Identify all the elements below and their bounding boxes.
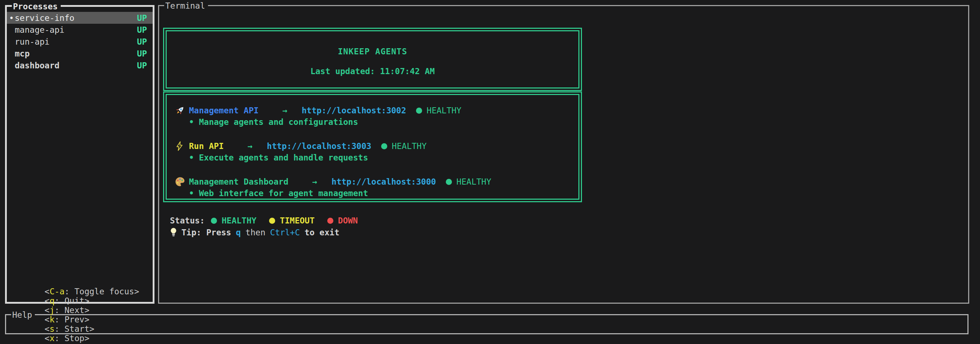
healthy-dot (416, 107, 422, 114)
tip-key-q: q (235, 228, 241, 237)
process-row-run-api[interactable]: run-api UP (7, 36, 153, 48)
arrow-icon: → (312, 177, 317, 186)
tip-middle: then (245, 228, 265, 237)
shortcut-prev: <k: Prev> (45, 315, 89, 324)
rocket-icon (175, 105, 189, 116)
selection-bullet: • (9, 13, 15, 23)
service-url[interactable]: http://localhost:3003 (267, 141, 371, 151)
process-list: • service-info UP manage-api UP run-api … (7, 12, 153, 71)
services-box: Management API → http://localhost:3002 H… (163, 91, 582, 202)
app-title: INKEEP AGENTS (167, 46, 578, 58)
process-status-badge: UP (137, 37, 147, 46)
shortcut-key: C-a (49, 287, 65, 296)
service-name: Run API (189, 141, 224, 151)
help-shortcuts: <C-a: Toggle focus> <q: Quit> <j: Next> … (15, 277, 149, 344)
process-name: manage-api (15, 25, 64, 35)
service-row-run-api: Run API → http://localhost:3003 HEALTHY (175, 140, 572, 152)
service-url[interactable]: http://localhost:3000 (332, 177, 436, 186)
terminal-panel-title: Terminal (164, 0, 208, 11)
arrow-icon: → (282, 106, 287, 115)
processes-panel: Processes • service-info UP manage-api U… (5, 5, 154, 304)
app-root: Processes • service-info UP manage-api U… (0, 0, 980, 344)
tip-suffix: to exit (305, 228, 339, 237)
process-row-service-info[interactable]: • service-info UP (7, 12, 153, 24)
zap-icon (175, 141, 189, 151)
header-box: INKEEP AGENTS Last updated: 11:07:42 AM (163, 28, 582, 91)
shortcut-key: x (49, 334, 55, 343)
shortcut-quit: <q: Quit> (45, 296, 89, 306)
processes-panel-title: Processes (12, 1, 61, 12)
service-name: Management Dashboard (189, 177, 288, 186)
legend-down-label: DOWN (338, 216, 358, 225)
service-name: Management API (189, 106, 259, 115)
legend-down: DOWN (327, 216, 358, 225)
healthy-dot (211, 218, 217, 224)
service-health: HEALTHY (457, 177, 492, 186)
process-name: service-info (15, 13, 74, 23)
healthy-dot (381, 143, 387, 149)
shortcut-label: Next (65, 306, 84, 315)
timeout-dot (269, 218, 275, 224)
last-updated: Last updated: 11:07:42 AM (167, 66, 578, 77)
legend-healthy: HEALTHY (211, 216, 256, 225)
terminal-panel: Terminal INKEEP AGENTS Last updated: 11:… (158, 5, 969, 304)
process-status-badge: UP (137, 25, 147, 35)
spacer (175, 164, 572, 176)
shortcut-key: q (49, 296, 55, 306)
help-panel: Help <C-a: Toggle focus> <q: Quit> <j: N… (5, 314, 969, 334)
service-health: HEALTHY (392, 141, 427, 151)
spacer (175, 128, 572, 140)
service-description: • Web interface for agent management (175, 187, 572, 199)
service-url[interactable]: http://localhost:3002 (302, 106, 406, 115)
tip-prefix: Tip: Press (181, 228, 231, 237)
legend-timeout: TIMEOUT (269, 216, 315, 225)
service-health: HEALTHY (427, 106, 461, 115)
status-label: Status: (170, 216, 205, 225)
shortcut-key: j (49, 306, 55, 315)
service-description: • Execute agents and handle requests (175, 152, 572, 164)
service-row-management-api: Management API → http://localhost:3002 H… (175, 104, 572, 116)
shortcut-key: s (49, 324, 55, 334)
process-name: mcp (15, 49, 30, 58)
lightbulb-icon (169, 227, 181, 238)
service-row-management-dashboard: Management Dashboard → http://localhost:… (175, 176, 572, 187)
shortcut-label: Toggle focus (74, 287, 134, 296)
process-status-badge: UP (137, 13, 147, 23)
shortcut-label: Quit (65, 296, 84, 306)
tip-line: Tip: Press q then Ctrl+C to exit (169, 226, 344, 238)
legend-healthy-label: HEALTHY (222, 216, 256, 225)
process-row-dashboard[interactable]: dashboard UP (7, 59, 153, 71)
process-name: run-api (15, 37, 49, 46)
shortcut-label: Prev (65, 315, 84, 324)
service-description: • Manage agents and configurations (175, 116, 572, 128)
shortcut-start: <s: Start> (45, 324, 94, 334)
shortcut-label: Start (65, 324, 89, 334)
process-row-manage-api[interactable]: manage-api UP (7, 24, 153, 36)
process-status-badge: UP (137, 61, 147, 70)
arrow-icon: → (248, 141, 253, 151)
process-status-badge: UP (137, 49, 147, 58)
shortcut-key: k (49, 315, 55, 324)
legend-timeout-label: TIMEOUT (280, 216, 315, 225)
shortcut-stop: <x: Stop> (45, 334, 89, 343)
shortcut-label: Stop (65, 334, 84, 343)
status-legend: Status: HEALTHY TIMEOUT DOWN (170, 214, 358, 226)
down-dot (327, 218, 333, 224)
palette-icon (175, 176, 189, 187)
process-name: dashboard (15, 61, 60, 70)
tip-key-ctrl-c: Ctrl+C (270, 228, 300, 237)
shortcut-toggle-focus: <C-a: Toggle focus> (45, 287, 139, 296)
healthy-dot (446, 179, 452, 185)
process-row-mcp[interactable]: mcp UP (7, 48, 153, 59)
shortcut-next: <j: Next> (45, 306, 89, 315)
